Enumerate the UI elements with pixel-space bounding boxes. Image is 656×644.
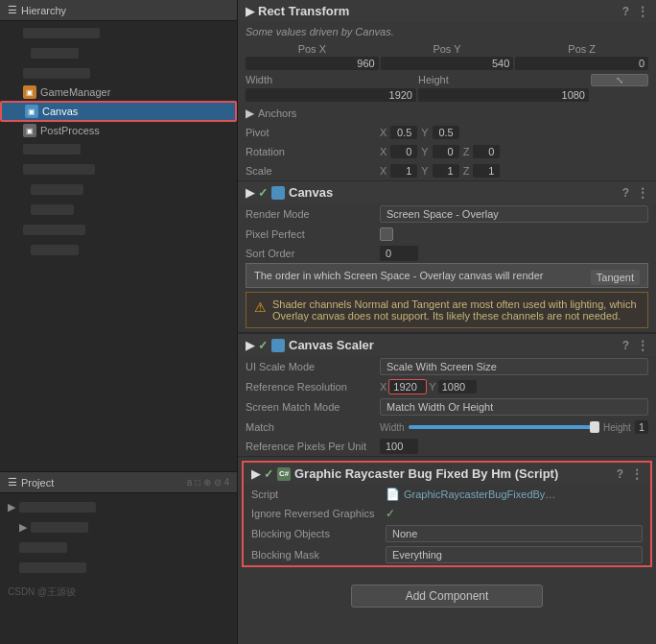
blocking-mask-dropdown[interactable]: Everything	[386, 546, 643, 563]
scaler-expand-icon[interactable]: ▶	[246, 339, 254, 352]
scaler-menu-icon[interactable]: ⋮	[637, 339, 648, 352]
pos-z-value[interactable]: 0	[515, 57, 648, 70]
script-row: Script 📄 GraphicRaycasterBugFixedByHm	[244, 485, 650, 504]
ref-x-label: X	[380, 381, 387, 393]
add-component-container: Add Component	[238, 571, 656, 621]
height-value[interactable]: 1080	[418, 88, 589, 102]
canvas-menu-icon[interactable]: ⋮	[637, 186, 648, 200]
screen-match-dropdown[interactable]: Match Width Or Height	[380, 398, 648, 416]
scale-z-value[interactable]: 1	[473, 164, 500, 178]
scale-x-value[interactable]: 1	[390, 164, 417, 178]
canvas-section-header: ▶ ✓ Canvas ? ⋮	[238, 181, 656, 203]
ui-scale-label: UI Scale Mode	[246, 361, 380, 372]
anchor-expand-icon[interactable]: ▶	[246, 107, 254, 120]
rect-transform-header: ▶ Rect Transform ? ⋮	[238, 0, 656, 22]
width-label: Width	[246, 74, 416, 86]
scale-y-value[interactable]: 1	[433, 164, 459, 178]
hier-item-canvas[interactable]: ▣ Canvas	[0, 101, 237, 122]
proj-item-2[interactable]: ▶	[4, 517, 233, 537]
raycaster-help-icon[interactable]: ?	[617, 467, 623, 481]
ignore-reversed-row: Ignore Reversed Graphics ✓	[244, 504, 650, 523]
sort-order-value[interactable]: 0	[380, 246, 418, 261]
hier-item-postprocess[interactable]: ▣ PostProcess	[0, 122, 237, 139]
scaler-check[interactable]: ✓	[258, 339, 268, 352]
proj-icon-2: ▶	[19, 521, 27, 534]
project-panel: ☰ Project a □ ⊕ ⊘ 4 ▶ ▶ CSDN @王源骏	[0, 471, 237, 644]
ui-scale-dropdown[interactable]: Scale With Screen Size	[380, 358, 648, 375]
hier-item-gamemanager[interactable]: ▣ GameManager	[0, 83, 237, 101]
csdn-watermark: CSDN @王源骏	[4, 582, 233, 603]
raycaster-expand-icon[interactable]: ▶	[251, 467, 260, 481]
match-width-label: Width	[380, 422, 405, 433]
ref-y-value[interactable]: 1080	[438, 380, 477, 394]
ignore-reversed-value[interactable]: ✓	[386, 507, 395, 520]
rot-y-value[interactable]: 0	[433, 145, 459, 158]
proj-item-4[interactable]	[4, 558, 233, 578]
render-mode-dropdown[interactable]: Screen Space - Overlay	[380, 205, 648, 223]
scale-label: Scale	[246, 165, 380, 177]
blocking-mask-row: Blocking Mask Everything	[244, 544, 650, 565]
rect-help-icon[interactable]: ?	[622, 5, 629, 18]
warning-box: ⚠ Shader channels Normal and Tangent are…	[246, 292, 648, 328]
blocking-objects-row: Blocking Objects None	[244, 523, 650, 544]
proj-item-1[interactable]: ▶	[4, 497, 233, 517]
match-slider-track[interactable]	[409, 425, 599, 429]
ref-res-label: Reference Resolution	[246, 381, 380, 393]
match-value[interactable]: 1	[635, 420, 648, 434]
ref-pixels-value[interactable]: 100	[380, 439, 418, 454]
rect-transform-title: Rect Transform	[258, 4, 349, 18]
rot-z-label: Z	[463, 146, 470, 157]
tooltip-box: The order in which Screen Space - Overla…	[246, 263, 648, 288]
hier-item-blurred-3[interactable]	[0, 63, 237, 83]
proj-item-3[interactable]	[4, 537, 233, 558]
pivot-x-value[interactable]: 0.5	[390, 126, 417, 139]
rect-menu-icon[interactable]: ⋮	[637, 5, 648, 18]
hierarchy-header: ☰ Hierarchy	[0, 0, 237, 21]
hierarchy-title: Hierarchy	[21, 5, 66, 16]
hier-blurred-7	[0, 200, 237, 220]
hier-blurred-8	[0, 220, 237, 240]
blocking-objects-dropdown[interactable]: None	[386, 525, 643, 542]
pixel-perfect-checkbox[interactable]	[380, 227, 393, 241]
pos-x-label: Pos X	[246, 43, 379, 55]
canvas-check[interactable]: ✓	[258, 186, 268, 200]
script-value[interactable]: GraphicRaycasterBugFixedByHm	[404, 489, 557, 500]
ref-pixels-label: Reference Pixels Per Unit	[246, 441, 380, 452]
pos-x-value[interactable]: 960	[246, 57, 379, 70]
ref-x-value[interactable]: 1920	[388, 379, 427, 394]
scaler-help-icon[interactable]: ?	[622, 339, 629, 352]
width-value[interactable]: 1920	[246, 88, 416, 102]
scale-x-label: X	[380, 165, 387, 177]
add-component-button[interactable]: Add Component	[351, 584, 543, 608]
hier-item-blurred-2[interactable]	[0, 43, 237, 63]
raycaster-check[interactable]: ✓	[264, 467, 273, 481]
canvas-expand-icon[interactable]: ▶	[246, 186, 254, 200]
resize-icon[interactable]: ⤡	[591, 74, 648, 86]
project-header: ☰ Project a □ ⊕ ⊘ 4	[0, 472, 237, 493]
ref-y-label: Y	[429, 381, 435, 393]
rot-x-value[interactable]: 0	[390, 145, 417, 158]
hierarchy-items: ▣ GameManager ▣ Canvas ▣ PostProcess	[0, 21, 237, 471]
hier-blurred-9	[0, 240, 237, 260]
project-title: Project	[21, 477, 54, 489]
rect-expand-icon[interactable]: ▶	[246, 5, 254, 18]
raycaster-title: Graphic Raycaster Bug Fixed By Hm (Scrip…	[294, 466, 558, 481]
inspector-panel: ▶ Rect Transform ? ⋮ Some values driven …	[238, 0, 656, 644]
rot-z-value[interactable]: 0	[473, 145, 500, 158]
screen-match-row: Screen Match Mode Match Width Or Height	[238, 396, 656, 417]
pos-y-value[interactable]: 540	[381, 57, 514, 70]
scaler-icon-small	[271, 339, 285, 352]
match-slider-thumb[interactable]	[590, 421, 599, 433]
hier-item-blurred-1[interactable]	[0, 23, 237, 43]
pos-grid: Pos X Pos Y Pos Z 960 540 0	[238, 41, 656, 72]
postprocess-icon: ▣	[23, 124, 36, 137]
raycaster-menu-icon[interactable]: ⋮	[631, 467, 643, 481]
sort-order-row: Sort Order 0	[238, 244, 656, 263]
tangent-button[interactable]: Tangent	[591, 270, 640, 285]
gamemanager-label: GameManager	[40, 86, 110, 98]
rotation-row: Rotation X 0 Y 0 Z 0	[238, 142, 656, 161]
script-label: Script	[251, 489, 386, 500]
project-controls: a □ ⊕ ⊘ 4	[187, 477, 229, 488]
pivot-y-value[interactable]: 0.5	[433, 126, 459, 139]
canvas-help-icon[interactable]: ?	[622, 186, 629, 200]
